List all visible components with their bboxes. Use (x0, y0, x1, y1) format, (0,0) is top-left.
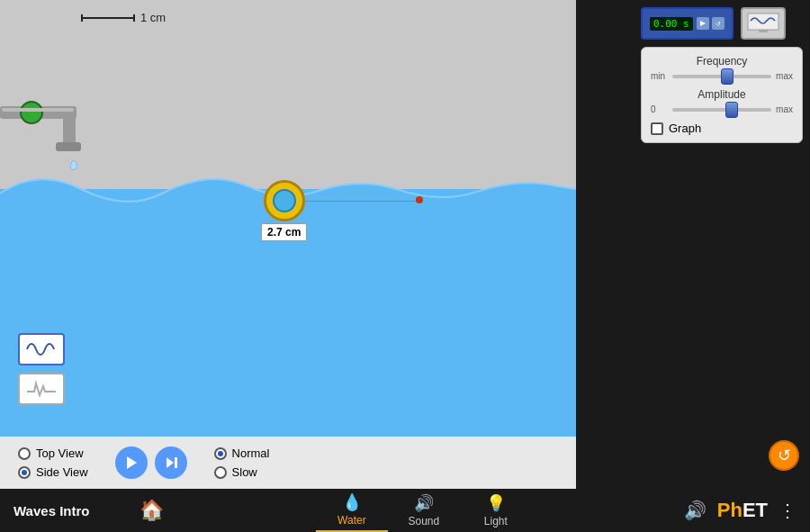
simulation-area: 1 cm 2.7 cm (0, 0, 576, 459)
svg-marker-8 (700, 21, 706, 26)
menu-button[interactable]: ⋮ (778, 500, 796, 521)
step-button[interactable] (155, 446, 187, 479)
water-tab-icon: 💧 (342, 492, 362, 512)
taskbar-tabs: 💧 Water 🔊 Sound 💡 Light (177, 489, 670, 533)
faucet[interactable] (0, 81, 108, 153)
right-panel: 0.00 s ↺ Frequency min (641, 7, 803, 143)
amplitude-slider-track[interactable] (672, 108, 771, 112)
svg-rect-4 (2, 108, 74, 112)
graph-checkbox-box[interactable] (651, 122, 663, 135)
svg-rect-2 (63, 106, 76, 147)
speed-selector: Normal Slow (214, 446, 270, 479)
frequency-amplitude-panel: Frequency min max Amplitude 0 max Graph (641, 47, 803, 143)
tape-measure-endpoint[interactable] (416, 196, 423, 203)
amplitude-title: Amplitude (651, 88, 793, 101)
water-drip (70, 160, 77, 170)
home-button[interactable]: 🏠 (126, 499, 177, 522)
radio-slow[interactable]: Slow (214, 465, 270, 479)
tape-measure-line (302, 201, 419, 202)
radio-top-view-label: Top View (36, 446, 84, 460)
amplitude-slider-row: 0 max (651, 104, 793, 114)
radio-normal[interactable]: Normal (214, 446, 270, 460)
tape-measure-value: 2.7 cm (261, 223, 307, 241)
radio-top-view[interactable]: Top View (18, 446, 88, 460)
ruler[interactable]: 1 cm (81, 11, 166, 24)
timer-reset-button[interactable]: ↺ (712, 17, 724, 30)
ruler-label: 1 cm (140, 11, 166, 24)
screen-preview (741, 7, 786, 40)
frequency-max-label: max (775, 71, 793, 81)
view-selector: Top View Side View (18, 446, 88, 479)
frequency-slider-thumb[interactable] (721, 68, 734, 85)
graph-checkbox-label: Graph (669, 122, 701, 135)
radio-top-view-circle[interactable] (18, 447, 31, 460)
radio-side-view-circle[interactable] (18, 466, 31, 479)
taskbar-right: 🔊 PhET ⋮ (670, 499, 810, 522)
amplitude-max-label: max (775, 104, 793, 114)
radio-side-view[interactable]: Side View (18, 465, 88, 479)
timer-display: 0.00 s (650, 17, 693, 31)
svg-rect-12 (759, 30, 768, 32)
tab-light[interactable]: 💡 Light (460, 489, 532, 533)
tape-measure[interactable]: 2.7 cm (261, 180, 307, 241)
radio-normal-circle[interactable] (214, 447, 227, 460)
svg-rect-3 (56, 142, 81, 151)
svg-marker-6 (166, 457, 174, 468)
water-tab-label: Water (338, 514, 366, 527)
svg-rect-7 (175, 457, 177, 468)
timer-play-button[interactable] (697, 17, 709, 30)
svg-rect-10 (748, 14, 778, 30)
play-button[interactable] (115, 446, 148, 479)
tape-measure-body[interactable] (264, 180, 305, 221)
frequency-slider-row: min max (651, 71, 793, 81)
tab-sound[interactable]: 🔊 Sound (388, 489, 460, 533)
tape-measure-center (273, 189, 296, 212)
wave-icon-sine[interactable] (18, 333, 65, 365)
amplitude-slider-thumb[interactable] (725, 102, 738, 118)
amplitude-control: Amplitude 0 max (651, 88, 793, 114)
taskbar-title: Waves Intro (0, 503, 126, 518)
sound-tab-label: Sound (409, 515, 440, 527)
radio-side-view-label: Side View (36, 465, 88, 479)
radio-slow-label: Slow (232, 465, 257, 479)
taskbar-sound-icon[interactable]: 🔊 (684, 500, 706, 521)
tab-water[interactable]: 💧 Water (316, 489, 388, 533)
ruler-line (81, 17, 135, 19)
svg-point-1 (21, 102, 42, 123)
light-tab-label: Light (484, 515, 508, 527)
svg-text:↺: ↺ (716, 21, 721, 27)
play-controls (115, 446, 187, 479)
frequency-title: Frequency (651, 55, 793, 68)
controls-area: Top View Side View Normal Slow (0, 437, 576, 489)
reload-button[interactable]: ↺ (769, 440, 799, 471)
light-tab-icon: 💡 (486, 493, 506, 513)
taskbar: Waves Intro 🏠 💧 Water 🔊 Sound 💡 Light 🔊 … (0, 489, 810, 532)
radio-slow-circle[interactable] (214, 466, 227, 479)
sound-tab-icon: 🔊 (414, 493, 434, 513)
amplitude-zero-label: 0 (651, 104, 669, 114)
frequency-min-label: min (651, 71, 669, 81)
frequency-slider-track[interactable] (672, 75, 771, 78)
timer-box: 0.00 s ↺ (641, 7, 734, 40)
wave-icon-pulse[interactable] (18, 373, 65, 405)
timer-controls: ↺ (697, 17, 724, 30)
timer-row: 0.00 s ↺ (641, 7, 803, 40)
phet-logo: PhET (717, 499, 768, 522)
radio-normal-label: Normal (232, 446, 270, 460)
graph-checkbox[interactable]: Graph (651, 122, 793, 135)
svg-marker-5 (127, 456, 137, 469)
wave-type-icons (18, 333, 65, 405)
frequency-control: Frequency min max (651, 55, 793, 81)
